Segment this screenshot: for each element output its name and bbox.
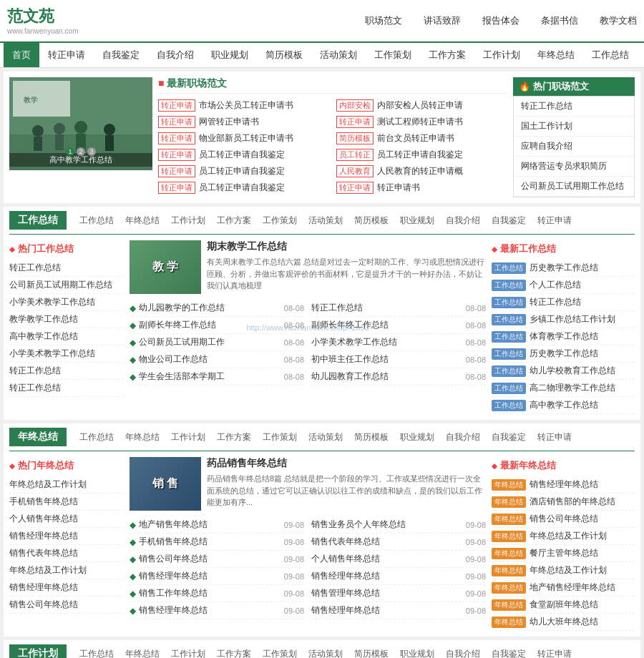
ys-rrl-7[interactable]: 食堂副班年终总结	[530, 599, 598, 611]
ys-hot-4[interactable]: 销售代表年终总结	[9, 545, 124, 562]
banner-dot-2[interactable]: 2	[77, 147, 85, 156]
ys-hot-1[interactable]: 手机销售年终总结	[9, 494, 124, 511]
ys-link-3[interactable]: 销售经理年终总结	[139, 570, 281, 582]
ws-hot-2[interactable]: 小学美术教学工作总结	[9, 294, 124, 311]
ws-rlink-3[interactable]: 初中班主任工作总结	[311, 353, 463, 365]
banner-link-10[interactable]: 员工转正申请自我鉴定	[199, 182, 285, 194]
ws-link-2[interactable]: 公司新员工试用期工作	[139, 336, 281, 348]
banner-dot-3[interactable]: 3	[87, 147, 96, 156]
banner-link-0[interactable]: 市场公关员工转正申请书	[199, 99, 293, 112]
banner-dot-1[interactable]: 1	[66, 147, 74, 156]
header-nav-zhichang[interactable]: 职场范文	[365, 14, 402, 27]
banner-link-8[interactable]: 员工转正申请自我鉴定	[199, 165, 285, 177]
nav-gongzuozongjie[interactable]: 工作总结	[583, 43, 638, 67]
banner-link-11[interactable]: 转正申请书	[377, 182, 420, 194]
wp-nav-3[interactable]: 工作方案	[211, 645, 257, 659]
wp-nav-5[interactable]: 活动策划	[303, 645, 348, 659]
ws-hot-7[interactable]: 转正工作总结	[9, 380, 124, 397]
banner-link-3[interactable]: 测试工程师转正申请书	[377, 116, 463, 128]
ws-rlink-2[interactable]: 小学美术教学工作总结	[311, 336, 463, 348]
ws-rrl-7[interactable]: 高二物理教学工作总结	[530, 382, 615, 394]
wp-nav-10[interactable]: 转正申请	[532, 645, 577, 659]
ys-rtag-6[interactable]: 年终总结	[492, 582, 526, 594]
nav-zhiyeguihua[interactable]: 职业规划	[203, 43, 257, 67]
nav-jianli[interactable]: 简历模板	[257, 43, 311, 67]
tag-9[interactable]: 人民教育	[336, 165, 374, 177]
ys-hot-5[interactable]: 年终总结及工作计划	[9, 562, 124, 579]
tag-10[interactable]: 转正申请	[158, 182, 195, 194]
tag-2[interactable]: 转正申请	[158, 116, 195, 128]
ys-rlink-0[interactable]: 销售业务员个人年终总结	[311, 519, 463, 531]
nav-nianzhongzongjie[interactable]: 年终总结	[529, 43, 583, 67]
ws-rtag-6[interactable]: 工作总结	[492, 365, 526, 377]
wp-nav-9[interactable]: 自我鉴定	[486, 645, 532, 659]
ys-hot-7[interactable]: 销售公司年终总结	[9, 596, 124, 614]
ys-rtag-0[interactable]: 年终总结	[492, 479, 526, 491]
ys-link-2[interactable]: 销售公司年终总结	[139, 553, 281, 565]
ws-nav-9[interactable]: 自我鉴定	[486, 212, 532, 230]
ys-nav-1[interactable]: 年终总结	[119, 428, 165, 446]
ys-rrl-5[interactable]: 年终总结及工作计划	[530, 564, 607, 576]
header-nav-jianghui[interactable]: 讲话致辞	[424, 14, 461, 27]
header-nav-baogao[interactable]: 报告体会	[482, 14, 519, 27]
ws-rrl-1[interactable]: 个人工作总结	[530, 279, 581, 291]
tag-1[interactable]: 内部安检	[336, 99, 374, 112]
tag-4[interactable]: 转正申请	[158, 132, 195, 144]
ys-rtag-3[interactable]: 年终总结	[492, 531, 526, 542]
header-nav-tiaoju[interactable]: 条据书信	[541, 14, 578, 27]
tag-zhuanzheng-0[interactable]: 转正申请	[158, 99, 195, 112]
ys-rlink-5[interactable]: 销售经理年终总结	[311, 604, 463, 617]
ys-rtag-8[interactable]: 年终总结	[492, 617, 526, 628]
ys-hot-6[interactable]: 销售经理年终总结	[9, 579, 124, 596]
ws-nav-6[interactable]: 简历模板	[348, 212, 394, 230]
ys-nav-2[interactable]: 工作计划	[165, 428, 211, 446]
nav-gongzuofangan[interactable]: 工作方案	[420, 43, 474, 67]
wp-nav-0[interactable]: 工作总结	[74, 645, 119, 659]
ys-hot-0[interactable]: 年终总结及工作计划	[9, 476, 124, 494]
ys-hot-3[interactable]: 销售经理年终总结	[9, 528, 124, 545]
wp-nav-1[interactable]: 年终总结	[119, 645, 165, 659]
ys-nav-8[interactable]: 自我介绍	[440, 428, 486, 446]
tag-7[interactable]: 员工转正	[336, 149, 374, 161]
ys-nav-3[interactable]: 工作方案	[211, 428, 257, 446]
wp-nav-7[interactable]: 职业规划	[394, 645, 440, 659]
banner-link-9[interactable]: 人民教育的转正申请概	[377, 165, 463, 177]
ys-hot-2[interactable]: 个人销售年终总结	[9, 511, 124, 528]
nav-gongzuojihua[interactable]: 工作计划	[474, 43, 529, 67]
banner-link-2[interactable]: 网管转正申请书	[199, 116, 259, 128]
ws-hot-4[interactable]: 高中教学工作总结	[9, 328, 124, 345]
wp-nav-8[interactable]: 自我介绍	[440, 645, 486, 659]
wp-nav-2[interactable]: 工作计划	[165, 645, 211, 659]
ws-article-title[interactable]: 期末教学工作总结	[207, 240, 486, 253]
ws-rlink-4[interactable]: 幼儿园教育工作总结	[311, 370, 463, 383]
tag-3[interactable]: 转正申请	[336, 116, 374, 128]
wp-nav-4[interactable]: 工作策划	[257, 645, 303, 659]
banner-link-4[interactable]: 物业部新员工转正申请书	[199, 132, 293, 144]
ys-link-5[interactable]: 销售经理年终总结	[139, 604, 281, 617]
ys-rtag-2[interactable]: 年终总结	[492, 514, 526, 525]
ws-nav-10[interactable]: 转正申请	[532, 212, 577, 230]
ys-link-4[interactable]: 销售工作年终总结	[139, 587, 281, 599]
ws-link-1[interactable]: 副师长年终工作总结	[139, 319, 281, 331]
ws-rtag-5[interactable]: 工作总结	[492, 348, 526, 360]
ys-rrl-3[interactable]: 年终总结及工作计划	[530, 530, 607, 542]
nav-zhuanzheng[interactable]: 转正申请	[39, 43, 94, 67]
ws-rtag-4[interactable]: 工作总结	[492, 331, 526, 343]
ys-nav-9[interactable]: 自我鉴定	[486, 428, 532, 446]
ys-nav-4[interactable]: 工作策划	[257, 428, 303, 446]
ws-rtag-0[interactable]: 工作总结	[492, 262, 526, 274]
banner-link-7[interactable]: 员工转正申请自我鉴定	[377, 149, 463, 161]
ws-nav-3[interactable]: 工作方案	[211, 212, 257, 230]
nav-ziwojieshao[interactable]: 自我介绍	[148, 43, 203, 67]
logo[interactable]: 范文苑	[7, 6, 54, 27]
hot-item-1[interactable]: 国土工作计划	[514, 117, 634, 137]
banner-link-5[interactable]: 前台文员转正申请书	[377, 132, 454, 144]
tag-11[interactable]: 转正申请	[336, 182, 374, 194]
header-nav-jiaoxue[interactable]: 教学文档	[600, 14, 637, 27]
ws-nav-8[interactable]: 自我介绍	[440, 212, 486, 230]
ys-rtag-4[interactable]: 年终总结	[492, 548, 526, 559]
ws-rrl-3[interactable]: 乡镇工作总结工作计划	[530, 313, 615, 325]
tag-5[interactable]: 简历模板	[336, 132, 374, 144]
ws-rrl-2[interactable]: 转正工作总结	[530, 296, 581, 308]
ws-hot-5[interactable]: 小学美术教学工作总结	[9, 345, 124, 363]
